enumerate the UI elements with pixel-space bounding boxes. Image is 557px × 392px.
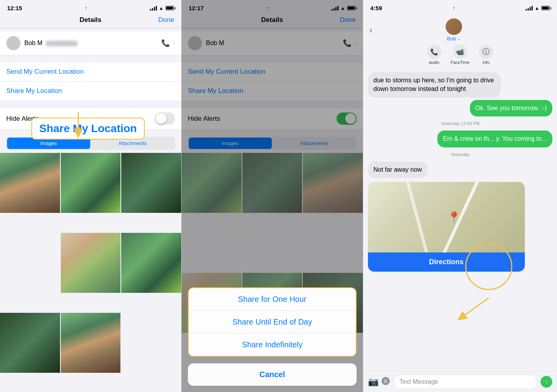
status-bar-1: 12:15 ↑ ▲ <box>0 0 181 14</box>
contact-icons-1: 📞 › <box>161 39 175 47</box>
camera-icon[interactable]: 📷 <box>368 377 379 387</box>
chevron-icon-1: › <box>173 40 175 46</box>
share-indefinitely-btn[interactable]: Share Indefinitely <box>189 334 356 356</box>
location-card-container: 📍 Directions <box>368 180 552 272</box>
msg-avatar <box>446 18 462 35</box>
contact-center: Bob ⌄ <box>446 18 462 42</box>
share-location-btn-1[interactable]: Share My Location <box>0 82 181 100</box>
timestamp-2: Yesterday <box>368 152 552 157</box>
msg-bubble-2: Ok. See you tomorrow. :-) <box>368 100 552 116</box>
panel-2: 12:17 ↑ ▲ Details Done Bob M 📞 › <box>182 0 363 392</box>
panel-3: 4:59 ↑ ▲ ‹ Bob ⌄ <box>363 0 557 392</box>
map-pin: 📍 <box>447 211 461 223</box>
share-my-location-overlay: Share My Location <box>31 118 145 140</box>
phone-icon-1[interactable]: 📞 <box>161 39 170 47</box>
nav-bar-1: Details Done <box>0 14 181 28</box>
input-bar: 📷 🅐 Text Message ↑ <box>363 371 557 392</box>
panel-1: 12:15 ↑ ▲ Details Done Bob M 📞 <box>0 0 182 392</box>
msg-bubble-green-1: Ok. See you tomorrow. :-) <box>470 100 552 116</box>
facetime-label: FaceTime <box>451 60 470 65</box>
photo-3[interactable] <box>121 153 181 213</box>
messages-scroll: due to storms up here, so I'm going to d… <box>363 68 557 371</box>
location-card[interactable]: 📍 Directions <box>368 182 525 272</box>
msg-bubble-gray-2: Not far away now <box>368 162 428 178</box>
audio-action[interactable]: 📞 audio <box>427 45 441 65</box>
info-label: info <box>482 60 490 65</box>
msg-bubble-green-2: Em & crew on th... y. You coming to... <box>437 131 552 147</box>
signal-bars-1 <box>150 6 157 11</box>
msg-bubble-4: Not far away now <box>368 162 552 178</box>
msg-contact-name: Bob ⌄ <box>447 36 461 42</box>
status-time-3: 4:59 <box>370 5 382 11</box>
contact-name-1: Bob M <box>24 40 161 47</box>
msg-bubble-1: due to storms up here, so I'm going to d… <box>368 72 552 98</box>
msg-bubble-3: Em & crew on th... y. You coming to... <box>368 131 552 147</box>
location-icon-3: ↑ <box>453 5 455 11</box>
photo-2[interactable] <box>61 153 121 213</box>
send-button[interactable]: ↑ <box>541 376 552 388</box>
photo-1[interactable] <box>0 153 60 213</box>
nav-title-1: Details <box>80 16 102 24</box>
contact-row-1: Bob M 📞 › <box>0 31 181 55</box>
battery-icon-1 <box>166 6 174 10</box>
app-store-icon[interactable]: 🅐 <box>382 377 390 387</box>
status-icons-3: ▲ <box>526 5 550 11</box>
audio-icon: 📞 <box>427 45 441 59</box>
directions-button[interactable]: Directions <box>368 252 525 272</box>
photo-5[interactable] <box>121 233 181 293</box>
audio-label: audio <box>429 60 439 65</box>
avatar-1 <box>6 36 20 50</box>
msg-bubble-gray-1: due to storms up here, so I'm going to d… <box>368 72 501 98</box>
action-cancel-btn[interactable]: Cancel <box>188 363 357 386</box>
hide-alerts-toggle-1[interactable] <box>155 113 175 125</box>
msg-header: ‹ Bob ⌄ 📞 audio 📹 FaceTime ⓘ info <box>363 14 557 68</box>
share-one-hour-btn[interactable]: Share for One Hour <box>189 288 356 311</box>
wifi-icon-3: ▲ <box>535 5 539 11</box>
status-time-1: 12:15 <box>7 5 22 11</box>
timestamp-1: Yesterday 12:04 PM <box>368 121 552 126</box>
message-input[interactable]: Text Message <box>393 375 537 389</box>
wifi-icon-1: ▲ <box>159 5 164 11</box>
signal-bars-3 <box>526 6 533 11</box>
contact-actions: 📞 audio 📹 FaceTime ⓘ info <box>370 45 551 65</box>
info-icon: ⓘ <box>479 45 493 59</box>
back-button[interactable]: ‹ <box>370 25 372 35</box>
status-bar-3: 4:59 ↑ ▲ <box>363 0 557 14</box>
share-overlay-text: Share My Location <box>39 122 137 134</box>
share-end-of-day-btn[interactable]: Share Until End of Day <box>189 311 356 334</box>
facetime-action[interactable]: 📹 FaceTime <box>451 45 470 65</box>
status-icons-1: ▲ <box>150 5 174 11</box>
done-button-1[interactable]: Done <box>158 16 174 24</box>
action-sheet: Share for One Hour Share Until End of Da… <box>188 287 357 357</box>
photo-4[interactable] <box>61 233 121 293</box>
location-section-1: Send My Current Location Share My Locati… <box>0 62 181 100</box>
location-icon-1: ↑ <box>85 5 87 11</box>
location-map: 📍 <box>368 182 525 252</box>
photo-7[interactable] <box>61 313 121 373</box>
info-action[interactable]: ⓘ info <box>479 45 493 65</box>
facetime-icon: 📹 <box>453 45 467 59</box>
battery-icon-3 <box>541 6 550 10</box>
msg-header-top: ‹ Bob ⌄ <box>370 18 551 42</box>
photo-6[interactable] <box>0 313 60 373</box>
send-location-btn-1[interactable]: Send My Current Location <box>0 62 181 82</box>
photo-grid-1 <box>0 153 181 392</box>
contact-chevron: ⌄ <box>457 36 461 41</box>
